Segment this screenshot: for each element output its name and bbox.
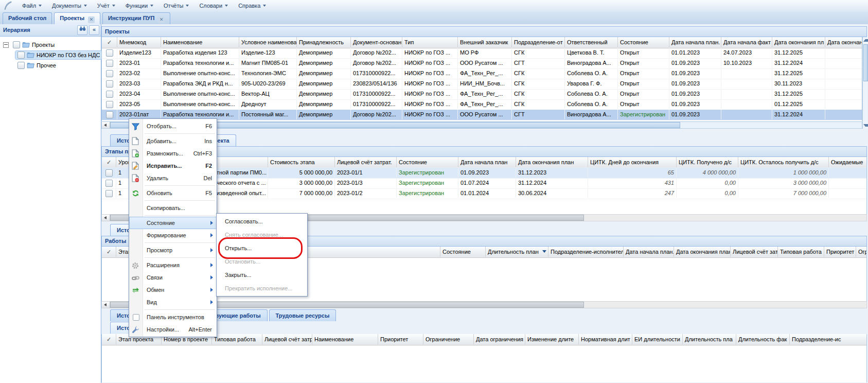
menubar-item[interactable]: Словари — [194, 0, 233, 11]
column-header[interactable]: Внешний заказчик — [458, 37, 512, 47]
close-icon[interactable] — [88, 16, 95, 23]
table-row[interactable]: 2023-04Выполнение опытно-конс...Вектор-А… — [102, 89, 862, 100]
menu-item[interactable]: Добавить...Ins — [129, 135, 217, 147]
tab-трудовые-ресурсы[interactable]: Трудовые ресурсы — [269, 309, 336, 321]
column-header[interactable]: ✓ — [102, 247, 116, 257]
column-header[interactable]: Состояние — [440, 247, 486, 257]
tree-item[interactable]: Проекты — [0, 40, 101, 50]
row-checkbox[interactable] — [106, 111, 113, 118]
column-header[interactable]: ✓ — [102, 37, 117, 47]
column-header[interactable]: Дата окончания пл — [772, 37, 825, 47]
column-header[interactable]: ЦИТК. Дней до окончания — [588, 157, 677, 167]
column-header[interactable]: ЦИТК. Осталось получить д/с — [738, 157, 829, 167]
tree-item[interactable]: Прочее — [0, 60, 101, 71]
column-header[interactable]: Состояние — [397, 157, 458, 167]
scroll-left-icon[interactable] — [102, 302, 110, 308]
row-checkbox[interactable] — [106, 91, 113, 98]
column-header[interactable]: Лицевой счёт затр — [731, 247, 778, 257]
tab-рабочий-стол[interactable]: Рабочий стол — [3, 12, 52, 24]
menu-item[interactable]: Связи — [129, 271, 217, 284]
column-header[interactable]: Типовая работа — [778, 247, 824, 257]
column-header[interactable]: Документ-основани — [351, 37, 402, 47]
column-header[interactable]: Наименование — [161, 37, 239, 47]
menubar-item[interactable]: Отчёты — [158, 0, 194, 11]
column-header[interactable]: ✓ — [102, 334, 116, 344]
column-header[interactable]: ЕИ длительности — [632, 334, 683, 344]
menu-item[interactable]: Вид — [129, 296, 217, 308]
submenu-item[interactable]: Открыть... — [217, 241, 307, 255]
column-header[interactable]: Тип — [402, 37, 458, 47]
column-header[interactable]: Ограничение — [423, 334, 474, 344]
tree-checkbox[interactable] — [17, 62, 25, 69]
menu-item[interactable]: Обмен — [129, 284, 217, 296]
column-header[interactable]: Длительность пла — [683, 334, 736, 344]
collapse-icon[interactable] — [3, 42, 9, 48]
column-header[interactable]: Подразделение-исполнитель. — [548, 247, 624, 257]
table-row[interactable]: 2023-03Разработка ЭКД и РКД н...905-U020… — [102, 79, 862, 90]
column-header[interactable]: Приоритет — [378, 334, 423, 344]
tree-item[interactable]: НИОКР по ГОЗ без НДС — [0, 50, 101, 60]
scroll-left-icon[interactable] — [102, 215, 110, 221]
menu-checkbox[interactable] — [133, 314, 139, 321]
menu-item[interactable]: УдалитьDel — [129, 172, 217, 184]
menubar-item[interactable]: Файл — [17, 0, 47, 11]
column-header[interactable]: Дата начала факт — [721, 37, 772, 47]
menu-item[interactable]: Состояние — [129, 217, 217, 229]
column-header[interactable]: Длительность фак — [736, 334, 790, 344]
scroll-down-icon[interactable] — [863, 124, 868, 127]
submenu-item[interactable]: Согласовать... — [217, 215, 307, 228]
row-checkbox[interactable] — [105, 169, 113, 177]
menu-item[interactable]: Отобрать...F6 — [129, 120, 217, 132]
row-checkbox[interactable] — [106, 80, 113, 88]
column-header[interactable]: Лицевой счёт затрат. — [335, 157, 397, 167]
column-header[interactable]: Дата окончания план — [516, 157, 588, 167]
column-header[interactable]: Дата окончания план — [674, 247, 731, 257]
scroll-left-icon[interactable] — [102, 122, 110, 128]
column-header[interactable]: Дата начала план — [458, 157, 516, 167]
column-header[interactable]: Длительность план — [486, 247, 548, 257]
column-header[interactable]: Подразделение-от — [512, 37, 565, 47]
column-header[interactable]: Принадлежность — [297, 37, 351, 47]
tab-проекты[interactable]: Проекты — [54, 12, 100, 24]
table-row[interactable]: 2023-05Выполнение опытно-конс...Дредноут… — [102, 99, 862, 110]
menu-item[interactable]: Размножить...Ctrl+F3 — [129, 147, 217, 160]
menu-item[interactable]: Исправить...F2 — [129, 160, 217, 172]
menu-item[interactable]: Просмотр — [129, 244, 217, 256]
menubar-item[interactable]: Учёт — [92, 0, 120, 11]
collapse-panel-button[interactable]: « — [89, 25, 99, 35]
submenu-item[interactable]: Снять согласование... — [217, 228, 307, 241]
column-header[interactable]: Ответственный — [565, 37, 618, 47]
column-header[interactable]: Дата ограничения — [474, 334, 525, 344]
column-header[interactable]: Подразделение-ис — [790, 334, 867, 344]
menu-item[interactable]: Расширения — [129, 259, 217, 271]
column-header[interactable]: Дата окончания ф — [825, 37, 862, 47]
menu-item[interactable]: ОбновитьF5 — [129, 187, 217, 199]
row-checkbox[interactable] — [106, 49, 113, 57]
column-header[interactable]: Приоритет — [824, 247, 856, 257]
submenu-item[interactable]: Закрыть... — [217, 268, 307, 282]
column-header[interactable]: Дата начала план. — [669, 37, 721, 47]
column-header[interactable]: ЦИТК. Получено д/с — [677, 157, 738, 167]
menu-item[interactable]: Формирование — [129, 229, 217, 241]
table-row[interactable]: 2023-02Выполнение опытно-конс...Технолог… — [102, 68, 862, 79]
column-header[interactable]: Нормативная длит — [579, 334, 632, 344]
table-row[interactable]: Изделие123Разработка изделия 123Изделие-… — [102, 48, 862, 59]
row-checkbox[interactable] — [106, 60, 113, 67]
menu-item[interactable]: Настройки...Alt+Enter — [129, 323, 217, 336]
menubar-item[interactable]: Функции — [120, 0, 158, 11]
menu-item[interactable]: Скопировать... — [129, 202, 217, 214]
close-icon[interactable] — [158, 16, 165, 23]
submenu-item[interactable]: Прекратить исполнение... — [217, 282, 307, 295]
column-header[interactable]: Стоимость этапа — [268, 157, 335, 167]
column-header[interactable]: Мнемокод — [117, 37, 161, 47]
column-header[interactable]: Условное наименова — [239, 37, 297, 47]
row-checkbox[interactable] — [106, 101, 113, 108]
row-checkbox[interactable] — [105, 180, 113, 187]
scroll-thumb[interactable] — [863, 44, 868, 81]
column-header[interactable]: Типовая работа — [212, 334, 262, 344]
column-header[interactable]: Изменение длите — [525, 334, 579, 344]
search-binoculars-button[interactable] — [77, 25, 87, 35]
tree-checkbox[interactable] — [17, 51, 25, 59]
tree-checkbox[interactable] — [13, 41, 20, 48]
column-header[interactable]: Лицевой счёт затр — [262, 334, 312, 344]
